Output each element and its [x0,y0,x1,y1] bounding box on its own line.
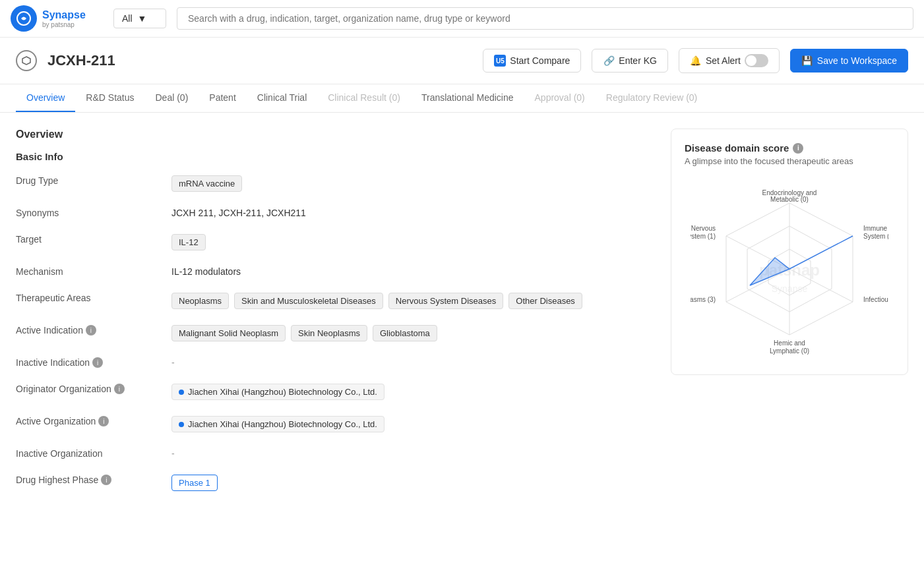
section-title: Overview [16,129,655,140]
inactive-org-row: Inactive Organization - [16,448,655,459]
mechanism-row: Mechanism IL-12 modulators [16,266,655,277]
kg-icon: 🔗 [603,55,615,67]
active-indication-label: Active Indication i [16,325,161,336]
disease-domain-subtitle: A glimpse into the focused therapeutic a… [685,156,894,166]
ta-tag-nervous[interactable]: Nervous System Diseases [388,293,503,309]
tab-rd-status[interactable]: R&D Status [75,84,144,112]
save-icon: 💾 [801,55,813,67]
tabs-bar: Overview R&D Status Deal (0) Patent Clin… [0,84,924,113]
alert-toggle[interactable] [745,54,768,67]
svg-text:Immune: Immune [863,225,888,232]
ai-tag-solid[interactable]: Malignant Solid Neoplasm [171,325,286,341]
search-input[interactable] [177,7,913,30]
drug-type-row: Drug Type mRNA vaccine [16,175,655,192]
originator-org-info-icon[interactable]: i [114,384,125,394]
tab-deal[interactable]: Deal (0) [145,84,199,112]
overview-panel: Overview Basic Info Drug Type mRNA vacci… [16,129,655,507]
inactive-indication-info-icon[interactable]: i [92,357,103,368]
svg-text:Infectious (0): Infectious (0) [863,296,888,303]
originator-org-tag[interactable]: Jiachen Xihai (Hangzhou) Biotechnology C… [171,384,385,400]
logo-icon [11,5,37,32]
svg-text:Metabolic (0): Metabolic (0) [770,196,809,203]
active-indication-info-icon[interactable]: i [86,325,96,336]
active-indication-row: Active Indication i Malignant Solid Neop… [16,325,655,341]
compare-label: Start Compare [510,55,570,66]
save-label: Save to Workspace [817,55,897,66]
phase-info-icon[interactable]: i [101,475,111,485]
synonyms-label: Synonyms [16,208,161,218]
drug-actions: U5 Start Compare 🔗 Enter KG 🔔 Set Alert … [483,48,908,73]
inactive-indication-dash: - [171,357,175,368]
ta-tag-skin[interactable]: Skin and Musculoskeletal Diseases [234,293,383,309]
active-org-tag[interactable]: Jiachen Xihai (Hangzhou) Biotechnology C… [171,416,385,432]
drug-type-value: mRNA vaccine [171,175,655,192]
disease-domain-info-icon[interactable]: i [793,143,803,154]
inactive-org-value: - [171,448,655,459]
therapeutic-areas-value: Neoplasms Skin and Musculoskeletal Disea… [171,293,655,309]
drug-icon [16,50,37,71]
radar-chart: patsnap Synapse [685,177,894,361]
tab-regulatory-review[interactable]: Regulatory Review (0) [596,84,708,112]
synonyms-row: Synonyms JCXH 211, JCXH-211, JCXH211 [16,208,655,218]
active-org-info-icon[interactable]: i [98,416,109,426]
therapeutic-areas-row: Therapeutic Areas Neoplasms Skin and Mus… [16,293,655,309]
dropdown-arrow-icon: ▼ [138,13,147,24]
main-content: Overview Basic Info Drug Type mRNA vacci… [0,113,924,523]
logo: Synapse by patsnap [11,5,103,32]
active-org-value: Jiachen Xihai (Hangzhou) Biotechnology C… [171,416,655,432]
svg-text:Hemic and: Hemic and [774,339,805,347]
tab-clinical-result[interactable]: Clinical Result (0) [317,84,411,112]
alert-label: Set Alert [706,55,741,66]
tab-approval[interactable]: Approval (0) [524,84,596,112]
ai-tag-glio[interactable]: Glioblastoma [373,325,437,341]
enter-kg-button[interactable]: 🔗 Enter KG [592,49,668,73]
inactive-org-dash: - [171,448,175,459]
mechanism-value: IL-12 modulators [171,266,655,277]
logo-text: Synapse by patsnap [42,9,86,28]
synonyms-value: JCXH 211, JCXH-211, JCXH211 [171,208,655,218]
drug-name: JCXH-211 [47,52,472,69]
therapeutic-areas-label: Therapeutic Areas [16,293,161,303]
tab-translational-medicine[interactable]: Translational Medicine [411,84,524,112]
org-dot [179,390,184,395]
svg-text:Nervous: Nervous [691,225,716,232]
tab-clinical-trial[interactable]: Clinical Trial [247,84,317,112]
inactive-indication-value: - [171,357,655,368]
search-type-dropdown[interactable]: All ▼ [113,9,166,28]
target-value: IL-12 [171,234,655,250]
ta-tag-neoplasms[interactable]: Neoplasms [171,293,229,309]
tab-patent[interactable]: Patent [199,84,246,112]
drug-header: JCXH-211 U5 Start Compare 🔗 Enter KG 🔔 S… [0,38,924,84]
phase-tag[interactable]: Phase 1 [171,475,218,491]
disease-domain-title: Disease domain score i [685,142,894,154]
svg-text:Neoplasms (3): Neoplasms (3) [691,296,716,303]
drug-highest-phase-row: Drug Highest Phase i Phase 1 [16,475,655,491]
active-org-dot [179,422,184,427]
synonyms-text: JCXH 211, JCXH-211, JCXH211 [171,208,306,218]
active-org-text: Jiachen Xihai (Hangzhou) Biotechnology C… [188,419,377,429]
radar-svg: patsnap Synapse [691,183,888,355]
tab-overview[interactable]: Overview [16,84,75,112]
compare-button[interactable]: U5 Start Compare [483,49,581,73]
active-indication-value: Malignant Solid Neoplasm Skin Neoplasms … [171,325,655,341]
originator-org-text: Jiachen Xihai (Hangzhou) Biotechnology C… [188,387,377,397]
save-workspace-button[interactable]: 💾 Save to Workspace [790,49,908,73]
logo-title: Synapse [42,9,86,21]
target-tag[interactable]: IL-12 [171,234,206,250]
inactive-indication-label: Inactive Indication i [16,357,161,368]
svg-text:System (1): System (1) [691,233,716,240]
ai-tag-skin[interactable]: Skin Neoplasms [291,325,367,341]
originator-org-row: Originator Organization i Jiachen Xihai … [16,384,655,400]
drug-type-tag: mRNA vaccine [171,175,242,192]
search-type-label: All [122,13,133,24]
drug-highest-phase-label: Drug Highest Phase i [16,475,161,485]
compare-icon: U5 [494,55,506,67]
set-alert-button[interactable]: 🔔 Set Alert [679,48,780,73]
mechanism-label: Mechanism [16,266,161,277]
target-row: Target IL-12 [16,234,655,250]
side-panel: Disease domain score i A glimpse into th… [671,129,908,507]
ta-tag-other[interactable]: Other Diseases [508,293,582,309]
inactive-indication-row: Inactive Indication i - [16,357,655,368]
originator-org-label: Originator Organization i [16,384,161,394]
svg-text:System (0): System (0) [863,233,888,240]
